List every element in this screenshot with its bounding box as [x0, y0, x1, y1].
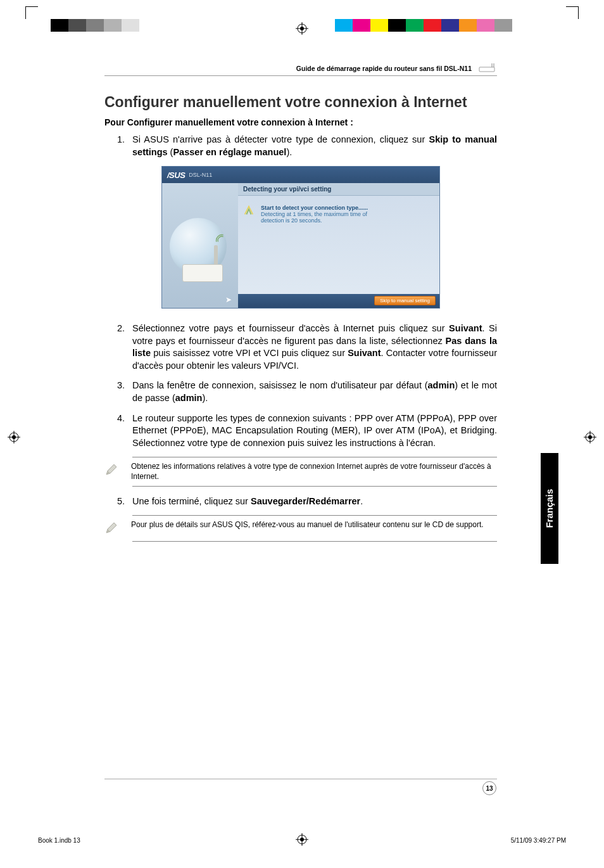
step-body: Une fois terminé, cliquez sur Sauvegarde… — [132, 495, 497, 508]
page-subtitle: Pour Configurer manuellement votre conne… — [104, 117, 497, 127]
note-block-2: Pour plus de détails sur ASUS QIS, référ… — [132, 515, 497, 542]
note-text: Pour plus de détails sur ASUS QIS, référ… — [131, 520, 484, 530]
detect-icon — [243, 205, 255, 216]
instruction-list: 1. Si ASUS n'arrive pas à détecter votre… — [117, 134, 497, 158]
step-number: 3. — [117, 380, 132, 404]
step-1: 1. Si ASUS n'arrive pas à détecter votre… — [117, 134, 497, 158]
ss-message: Start to detect your connection type....… — [238, 196, 439, 230]
guide-title: Guide de démarrage rapide du routeur san… — [296, 65, 472, 72]
language-label: Français — [544, 489, 555, 528]
footer-rule — [104, 779, 497, 779]
registration-mark — [296, 22, 308, 35]
svg-rect-12 — [479, 67, 494, 72]
step-body: Le routeur supporte les types de connexi… — [132, 412, 497, 450]
skip-manual-button[interactable]: Skip to manual setting — [374, 296, 436, 305]
step-2: 2. Sélectionnez votre pays et fournisseu… — [117, 322, 497, 372]
step-number: 5. — [117, 495, 132, 508]
ss-msg-line2: Detecting at 1 times, the maximum time o… — [261, 211, 433, 217]
registration-mark — [8, 431, 20, 444]
ss-bottom-bar: Skip to manual setting — [238, 294, 439, 308]
step-body: Dans la fenêtre de connexion, saisissez … — [132, 380, 497, 404]
step-number: 2. — [117, 322, 132, 372]
wifi-icon — [215, 234, 227, 245]
crop-mark — [566, 6, 579, 19]
color-bar-left — [51, 19, 139, 32]
asus-logo: /SUS — [167, 170, 185, 180]
printer-marks — [0, 0, 604, 38]
pencil-icon — [104, 521, 121, 537]
ss-model: DSL-N11 — [189, 172, 212, 178]
page-title: Configurer manuellement votre connexion … — [104, 94, 497, 111]
step-4: 4. Le routeur supporte les types de conn… — [117, 412, 497, 450]
ss-panel-title: Detecting your vpi/vci setting — [238, 183, 439, 196]
instruction-list-continued2: 5. Une fois terminé, cliquez sur Sauvega… — [117, 495, 497, 508]
cursor-icon: ➤ — [225, 295, 232, 304]
router-image — [182, 264, 223, 282]
color-bar-right — [335, 19, 512, 32]
page-header: Guide de démarrage rapide du routeur san… — [104, 63, 497, 76]
registration-mark — [584, 431, 596, 444]
step-5: 5. Une fois terminé, cliquez sur Sauvega… — [117, 495, 497, 508]
registration-mark — [296, 833, 308, 846]
language-tab: Français — [541, 453, 558, 564]
page-content: Guide de démarrage rapide du routeur san… — [104, 63, 497, 551]
router-icon — [478, 63, 497, 73]
antenna-icon — [214, 245, 218, 267]
qis-screenshot: /SUS DSL-N11 ➤ Detecting your vpi/vci se… — [161, 166, 440, 309]
footer-right: 5/11/09 3:49:27 PM — [511, 837, 566, 844]
ss-msg-line3: detection is 20 seconds. — [261, 217, 433, 224]
step-number: 4. — [117, 412, 132, 450]
step-number: 1. — [117, 134, 132, 158]
pencil-icon — [104, 463, 121, 479]
step-3: 3. Dans la fenêtre de connexion, saisiss… — [117, 380, 497, 404]
ss-main-panel: Detecting your vpi/vci setting Start to … — [238, 183, 439, 308]
note-text: Obtenez les informations relatives à vot… — [131, 461, 497, 482]
ss-msg-line1: Start to detect your connection type....… — [261, 205, 433, 211]
instruction-list-continued: 2. Sélectionnez votre pays et fournisseu… — [117, 322, 497, 449]
ss-titlebar: /SUS DSL-N11 — [162, 167, 439, 183]
page-number: 13 — [482, 781, 496, 795]
crop-mark — [25, 6, 38, 19]
note-block-1: Obtenez les informations relatives à vot… — [132, 457, 497, 486]
step-body: Si ASUS n'arrive pas à détecter votre ty… — [132, 134, 497, 158]
ss-sidebar: ➤ — [162, 183, 238, 308]
footer-left: Book 1.indb 13 — [38, 837, 80, 844]
step-body: Sélectionnez votre pays et fournisseur d… — [132, 322, 497, 372]
